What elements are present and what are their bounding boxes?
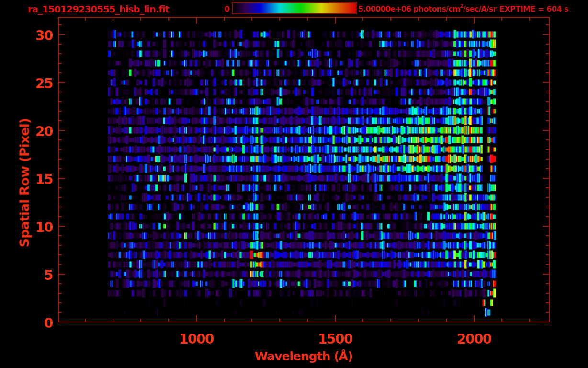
y-tick-label: 25 xyxy=(19,77,53,91)
y-tick-label: 20 xyxy=(19,125,53,138)
y-tick-label: 5 xyxy=(19,269,53,282)
spectral-viewer-window: ra_150129230555_hisb_lin.fit 0 5.00000e+… xyxy=(0,0,588,368)
y-tick-label: 15 xyxy=(19,173,53,186)
x-tick-label: 2000 xyxy=(441,333,508,346)
y-tick-label: 0 xyxy=(19,317,53,330)
spectral-image-canvas xyxy=(0,0,588,368)
x-axis-title: Wavelength (Å) xyxy=(227,349,380,363)
colorbar-max-label-post: /sec/A/sr xyxy=(463,4,497,13)
x-tick-label: 1000 xyxy=(163,333,230,346)
file-title: ra_150129230555_hisb_lin.fit xyxy=(28,3,169,15)
y-tick-label: 10 xyxy=(19,221,53,234)
colorbar-max-label: 5.00000e+06 photons/cm2/sec/A/sr xyxy=(358,4,497,13)
y-tick-label: 30 xyxy=(19,29,53,43)
colorbar-max-label-superscript: 2 xyxy=(460,3,463,9)
x-tick-label: 1500 xyxy=(302,333,369,346)
exptime-label: EXPTIME = 604 s xyxy=(499,4,568,13)
colorbar-max-label-pre: 5.00000e+06 photons/cm xyxy=(358,4,460,13)
colorbar-min-label: 0 xyxy=(215,4,230,13)
